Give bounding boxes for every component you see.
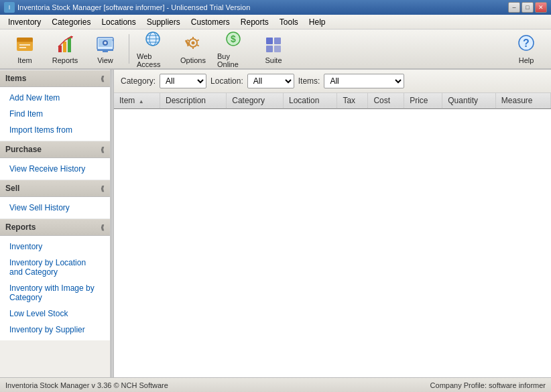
menu-suppliers[interactable]: Suppliers: [141, 16, 186, 28]
category-filter-select[interactable]: All: [160, 74, 206, 88]
sidebar-report-inventory[interactable]: Inventory: [0, 239, 110, 255]
menu-help[interactable]: Help: [304, 16, 331, 28]
suite-button[interactable]: Suite: [254, 31, 293, 66]
options-label: Options: [180, 56, 206, 64]
inventory-table: Item ▲ Description Category Location: [114, 93, 551, 109]
svg-rect-6: [63, 42, 66, 52]
sidebar-section-reports-label: Reports: [5, 222, 36, 232]
sidebar-report-inventory-image-category[interactable]: Inventory with Image by Category: [0, 280, 110, 306]
buyonline-button[interactable]: $ Buy Online: [214, 31, 253, 66]
items-filter-label: Items:: [298, 76, 320, 86]
close-button[interactable]: ✕: [535, 2, 547, 13]
purchase-collapse-icon: ⟪: [101, 146, 105, 153]
svg-text:?: ?: [523, 38, 530, 49]
buyonline-icon: $: [223, 29, 244, 51]
menu-bar: Inventory Categories Locations Suppliers…: [0, 15, 551, 29]
sidebar-section-items[interactable]: Items ⟪: [0, 70, 110, 87]
menu-tools[interactable]: Tools: [274, 16, 304, 28]
view-icon: [95, 34, 116, 55]
svg-rect-7: [68, 38, 71, 52]
toolbar: Item Reports: [0, 29, 551, 70]
reports-button[interactable]: Reports: [46, 31, 84, 66]
maximize-button[interactable]: □: [522, 2, 534, 13]
data-table: Item ▲ Description Category Location: [114, 93, 551, 377]
reports-icon: [54, 34, 76, 55]
sidebar-view-sell-history[interactable]: View Sell History: [0, 200, 110, 216]
menu-reports[interactable]: Reports: [235, 16, 274, 28]
reports-label: Reports: [52, 56, 78, 64]
svg-point-14: [104, 42, 107, 44]
view-button[interactable]: View: [86, 31, 125, 66]
item-button[interactable]: Item: [5, 31, 44, 66]
sidebar-section-sell-label: Sell: [5, 184, 19, 193]
suite-label: Suite: [265, 56, 282, 64]
menu-categories[interactable]: Categories: [46, 16, 96, 28]
sidebar-view-receive-history[interactable]: View Receive History: [0, 161, 110, 177]
col-cost[interactable]: Cost: [368, 93, 404, 109]
svg-rect-12: [103, 51, 108, 52]
col-measure[interactable]: Measure: [495, 93, 550, 109]
svg-point-22: [192, 42, 195, 45]
svg-line-29: [187, 40, 189, 41]
sidebar: Items ⟪ Add New Item Find Item Import It…: [0, 70, 111, 377]
sidebar-section-sell[interactable]: Sell ⟪: [0, 180, 110, 197]
webaccess-button[interactable]: Web Access: [133, 31, 172, 66]
svg-rect-35: [274, 46, 281, 52]
options-icon: [182, 34, 204, 55]
sidebar-section-purchase[interactable]: Purchase ⟪: [0, 141, 110, 158]
menu-customers[interactable]: Customers: [186, 16, 235, 28]
minimize-button[interactable]: –: [508, 2, 520, 13]
reports-collapse-icon: ⟪: [101, 224, 105, 231]
location-filter-label: Location:: [210, 76, 243, 86]
location-filter-select[interactable]: All: [247, 74, 294, 88]
buyonline-label: Buy Online: [217, 52, 249, 68]
sidebar-find-item[interactable]: Find Item: [0, 106, 110, 122]
title-bar: I Inventoria Stock Manager [software inf…: [0, 0, 551, 15]
content-area: Category: All Location: All Items: All I…: [114, 70, 551, 377]
sidebar-purchase-content: View Receive History: [0, 158, 110, 180]
help-icon: ?: [515, 34, 537, 55]
sidebar-items-content: Add New Item Find Item Import Items from: [0, 87, 110, 141]
sidebar-sell-content: View Sell History: [0, 197, 110, 218]
svg-rect-34: [266, 46, 273, 52]
webaccess-icon: [142, 29, 164, 51]
suite-icon: [263, 34, 284, 55]
table-header-row: Item ▲ Description Category Location: [114, 93, 551, 109]
menu-inventory[interactable]: Inventory: [3, 16, 46, 28]
svg-rect-33: [274, 38, 281, 44]
item-sort-indicator: ▲: [139, 99, 144, 105]
status-bar: Inventoria Stock Manager v 3.36 © NCH So…: [0, 377, 551, 392]
category-filter-label: Category:: [121, 76, 156, 86]
sidebar-report-inventory-supplier[interactable]: Inventory by Supplier: [0, 322, 110, 338]
items-filter-select[interactable]: All: [324, 74, 404, 88]
status-right: Company Profile: software informer: [430, 381, 546, 389]
col-description[interactable]: Description: [160, 93, 226, 109]
col-quantity[interactable]: Quantity: [442, 93, 496, 109]
items-collapse-icon: ⟪: [101, 75, 105, 82]
menu-locations[interactable]: Locations: [96, 16, 141, 28]
sidebar-section-purchase-label: Purchase: [5, 145, 42, 154]
col-tax[interactable]: Tax: [337, 93, 368, 109]
svg-rect-1: [17, 38, 33, 42]
sidebar-report-low-level-stock[interactable]: Low Level Stock: [0, 306, 110, 322]
svg-rect-11: [97, 50, 113, 51]
col-category[interactable]: Category: [227, 93, 284, 109]
svg-rect-3: [19, 44, 30, 46]
view-label: View: [97, 56, 113, 64]
sidebar-add-new-item[interactable]: Add New Item: [0, 90, 110, 106]
svg-line-27: [187, 45, 189, 46]
col-item[interactable]: Item ▲: [114, 93, 160, 109]
help-label: Help: [519, 56, 534, 64]
svg-text:$: $: [231, 34, 236, 44]
help-button[interactable]: ? Help: [507, 31, 546, 66]
item-icon: [14, 34, 36, 55]
sidebar-section-reports[interactable]: Reports ⟪: [0, 218, 110, 236]
sidebar-report-inventory-location-category[interactable]: Inventory by Location and Category: [0, 255, 110, 280]
sidebar-import-items[interactable]: Import Items from: [0, 122, 110, 138]
options-button[interactable]: Options: [174, 31, 212, 66]
sidebar-section-items-label: Items: [5, 74, 26, 83]
sidebar-reports-content: Inventory Inventory by Location and Cate…: [0, 236, 110, 340]
app-icon: I: [4, 2, 15, 13]
col-price[interactable]: Price: [404, 93, 442, 109]
col-location[interactable]: Location: [283, 93, 336, 109]
